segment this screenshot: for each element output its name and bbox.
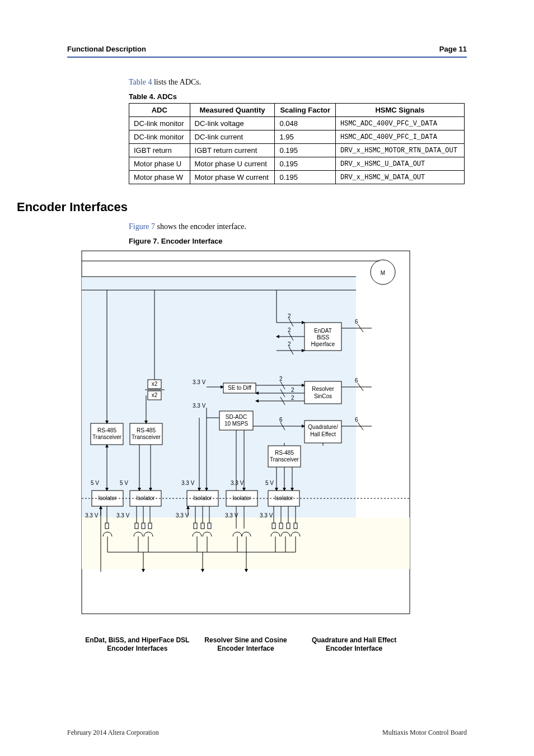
rs485-1a: RS-485	[97, 427, 116, 433]
figure7-intro-rest: shows the encoder interface.	[155, 222, 246, 231]
fig-bottom-l2: Resolver Sine and Cosine Encoder Interfa…	[193, 636, 299, 653]
table-row: Motor phase WMotor phase W current0.195D…	[129, 171, 465, 184]
table-row: Motor phase UMotor phase U current0.195D…	[129, 157, 465, 171]
v5-b: 5 V	[120, 480, 128, 486]
bus-conn1: 6	[355, 319, 358, 325]
page-footer: February 2014 Altera Corporation Multiax…	[67, 729, 467, 737]
bus-u3: 2	[288, 341, 291, 347]
figure7-caption: Figure 7. Encoder Interface	[129, 237, 467, 245]
bus-sd-b: 2	[291, 387, 294, 393]
fig-bottom-l1: EnDat, BiSS, and HiperFace DSL Encoder I…	[84, 636, 191, 653]
rs485-2b: Transceiver	[132, 434, 161, 440]
svg-rect-80	[194, 523, 197, 529]
sdadc-l2: 10 MSPS	[224, 421, 249, 427]
isolator-label: Isolator	[99, 495, 117, 501]
rs485-3b: Transceiver	[270, 456, 299, 463]
svg-rect-83	[272, 523, 275, 529]
cell-mq: DC-link voltage	[190, 117, 275, 130]
rs485-2a: RS-485	[137, 427, 156, 433]
table4: ADC Measured Quantity Scaling Factor HSM…	[129, 103, 465, 184]
bus-sdadc: 6	[279, 417, 283, 423]
svg-rect-85	[287, 523, 290, 529]
svg-rect-2	[82, 517, 410, 569]
cell-sf: 0.195	[275, 157, 336, 171]
endat-l3: Hiperface	[311, 341, 335, 347]
v5-c: 5 V	[265, 480, 274, 486]
cell-adc: DC-link monitor	[129, 130, 190, 144]
resolver-l2: SinCos	[314, 393, 332, 399]
cell-sig: HSMC_ADC_400V_PFC_I_DATA	[336, 130, 465, 144]
v33-b: 3.3 V	[193, 403, 206, 409]
resolver-l1: Resolver	[312, 386, 334, 392]
rs485-1b: Transceiver	[92, 434, 122, 440]
table4-caption: Table 4. ADCs	[129, 92, 467, 101]
table-row: DC-link monitorDC-link voltage0.048HSMC_…	[129, 117, 465, 130]
se-to-diff: SE to Diff	[228, 385, 251, 391]
cell-sig: DRV_x_HSMC_W_DATA_OUT	[336, 171, 465, 184]
svg-rect-77	[135, 523, 138, 529]
v33-f: 3.3 V	[116, 512, 130, 519]
v33-d: 3.3 V	[231, 480, 244, 486]
table4-intro-rest: lists the ADCs.	[152, 78, 201, 86]
bus-conn2: 6	[355, 377, 358, 384]
th-sig: HSMC Signals	[336, 104, 465, 117]
bus-u2: 2	[288, 327, 291, 333]
figure7-diagram: M EnDAT BiSS Hiperface 6 Resolver SinCos…	[81, 250, 411, 653]
table-header-row: ADC Measured Quantity Scaling Factor HSM…	[129, 104, 465, 117]
cell-sf: 0.195	[275, 144, 336, 157]
endat-l2: BiSS	[317, 334, 330, 340]
cell-sig: HSMC_ADC_400V_PFC_V_DATA	[336, 117, 465, 130]
rs485-3a: RS-485	[275, 450, 294, 456]
table4-intro: Table 4 lists the ADCs.	[129, 78, 467, 87]
cell-sf: 0.048	[275, 117, 336, 130]
svg-rect-86	[294, 523, 297, 529]
sdadc-l1: SD-ADC	[226, 414, 247, 420]
x2-bot: x2	[152, 392, 158, 398]
bus-conn3: 6	[355, 417, 358, 423]
quad-l1: Quadrature/	[308, 424, 338, 430]
footer-left: February 2014 Altera Corporation	[67, 729, 159, 737]
cell-mq: Motor phase W current	[190, 171, 275, 184]
v33-a: 3.3 V	[193, 379, 206, 385]
header-right: Page 11	[439, 45, 467, 53]
cell-adc: Motor phase W	[129, 171, 190, 184]
table4-link[interactable]: Table 4	[129, 78, 152, 86]
page-header: Functional Description Page 11	[67, 45, 467, 58]
cell-mq: Motor phase U current	[190, 157, 275, 171]
svg-rect-81	[201, 523, 204, 529]
motor-label: M	[381, 270, 385, 276]
cell-sf: 0.195	[275, 171, 336, 184]
table-row: DC-link monitorDC-link current1.95HSMC_A…	[129, 130, 465, 144]
isolator-label: Isolator	[233, 495, 251, 501]
cell-sig: DRV_x_HSMC_U_DATA_OUT	[336, 157, 465, 171]
svg-rect-76	[105, 523, 109, 529]
table-row: IGBT returnIGBT return current0.195DRV_x…	[129, 144, 465, 157]
cell-sig: DRV_x_HSMC_MOTOR_RTN_DATA_OUT	[336, 144, 465, 157]
th-sf: Scaling Factor	[275, 104, 336, 117]
v33-i: 3.3 V	[260, 512, 273, 519]
v33-g: 3.3 V	[176, 512, 189, 519]
bus-sd-a: 2	[279, 376, 283, 382]
th-mq: Measured Quantity	[190, 104, 275, 117]
x2-top: x2	[152, 381, 158, 387]
endat-l1: EnDAT	[314, 328, 332, 334]
bus-u1: 2	[288, 313, 291, 319]
cell-sf: 1.95	[275, 130, 336, 144]
figure7-intro: Figure 7 shows the encoder interface.	[129, 222, 467, 231]
v33-c: 3.3 V	[181, 480, 195, 486]
cell-mq: IGBT return current	[190, 144, 275, 157]
figure7-link[interactable]: Figure 7	[129, 222, 155, 231]
footer-right: Multiaxis Motor Control Board	[382, 729, 467, 737]
v5-a: 5 V	[91, 480, 99, 486]
header-left: Functional Description	[67, 45, 146, 53]
th-adc: ADC	[129, 104, 190, 117]
section-title: Encoder Interfaces	[17, 200, 467, 214]
fig-bottom-l3: Quadrature and Hall Effect Encoder Inter…	[301, 636, 407, 653]
v33-e: 3.3 V	[85, 512, 99, 519]
quad-l2: Hall Effect	[310, 431, 336, 437]
cell-adc: DC-link monitor	[129, 117, 190, 130]
cell-adc: Motor phase U	[129, 157, 190, 171]
bus-sd-c: 2	[291, 395, 294, 401]
cell-adc: IGBT return	[129, 144, 190, 157]
cell-mq: DC-link current	[190, 130, 275, 144]
